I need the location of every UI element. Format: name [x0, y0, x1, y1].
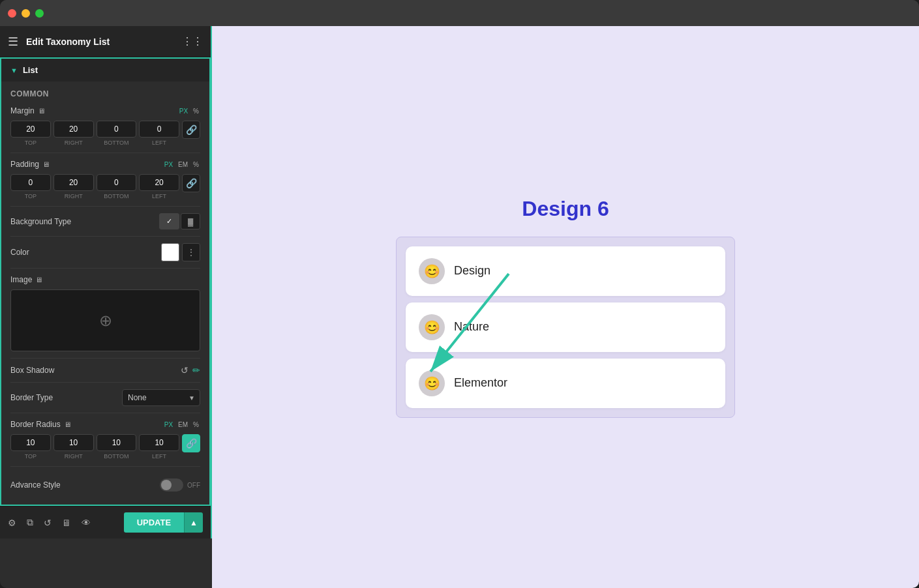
radius-top-input[interactable]	[10, 434, 51, 451]
image-upload-area[interactable]: ⊕	[10, 289, 200, 351]
bg-type-row: Background Type ✓ ▓	[10, 213, 200, 229]
border-type-row: Border Type None Solid Dashed Dotted ▼	[10, 389, 200, 406]
minimize-button[interactable]	[22, 9, 30, 18]
padding-units: PX EM %	[163, 160, 200, 169]
color-label: Color	[10, 248, 29, 257]
padding-percent-unit[interactable]: %	[192, 160, 200, 169]
bg-type-toggle: ✓ ▓	[159, 213, 200, 229]
border-radius-inputs-row: TOP RIGHT BOTTOM	[10, 434, 200, 460]
bg-type-label: Background Type	[10, 217, 71, 226]
padding-right-input[interactable]	[53, 174, 94, 191]
padding-left-group: LEFT	[139, 174, 179, 199]
margin-left-group: LEFT	[139, 121, 179, 146]
box-shadow-row: Box Shadow ↺ ✏	[10, 365, 200, 375]
sidebar: ☰ Edit Taxonomy List ⋮⋮ ▼ List Common	[0, 26, 212, 538]
image-label: Image 🖥	[10, 275, 42, 284]
margin-right-label: RIGHT	[65, 140, 83, 146]
padding-field-row: Padding 🖥 PX EM %	[10, 160, 200, 169]
margin-field-row: Margin 🖥 PX %	[10, 106, 200, 115]
border-radius-field-row: Border Radius 🖥 PX EM %	[10, 420, 200, 429]
padding-top-label: TOP	[25, 193, 37, 199]
padding-top-group: TOP	[10, 174, 51, 199]
padding-px-unit[interactable]: PX	[163, 160, 174, 169]
radius-percent-unit[interactable]: %	[192, 420, 200, 429]
margin-left-label: LEFT	[152, 140, 166, 146]
margin-top-input[interactable]	[10, 121, 51, 138]
margin-px-unit[interactable]: PX	[178, 107, 189, 115]
shadow-edit-button[interactable]: ✏	[192, 365, 200, 375]
padding-top-input[interactable]	[10, 174, 51, 191]
padding-left-label: LEFT	[152, 193, 166, 199]
sidebar-header: ☰ Edit Taxonomy List ⋮⋮	[0, 26, 211, 57]
image-monitor-icon: 🖥	[35, 276, 42, 284]
padding-bottom-input[interactable]	[97, 174, 137, 191]
toggle-knob[interactable]	[160, 478, 183, 492]
item-name-elementor: Elementor	[454, 376, 507, 390]
padding-link-button[interactable]: 🔗	[182, 174, 200, 192]
radius-left-group: LEFT	[139, 434, 179, 460]
padding-inputs-row: TOP RIGHT BOTTOM	[10, 174, 200, 199]
panel-content: Common Margin 🖥 PX %	[1, 81, 209, 505]
titlebar	[0, 0, 919, 26]
layers-icon[interactable]: ⧉	[27, 517, 33, 528]
history-icon[interactable]: ↺	[44, 518, 52, 528]
traffic-lights	[8, 9, 44, 18]
margin-right-input[interactable]	[53, 121, 94, 138]
margin-divider	[10, 153, 200, 153]
maximize-button[interactable]	[35, 9, 44, 18]
radius-divider	[10, 466, 200, 467]
border-type-select-wrapper: None Solid Dashed Dotted ▼	[122, 389, 200, 406]
margin-label: Margin 🖥	[10, 106, 45, 115]
bg-gradient-button[interactable]: ▓	[181, 213, 200, 229]
margin-units: PX %	[178, 107, 200, 115]
margin-monitor-icon: 🖥	[38, 107, 45, 115]
box-shadow-label: Box Shadow	[10, 366, 54, 375]
margin-link-button[interactable]: 🔗	[182, 121, 200, 139]
border-type-select[interactable]: None Solid Dashed Dotted	[122, 389, 200, 406]
responsive-icon[interactable]: 🖥	[62, 518, 71, 528]
color-swatch[interactable]	[161, 243, 179, 261]
margin-bottom-input[interactable]	[97, 121, 137, 138]
padding-right-group: RIGHT	[53, 174, 94, 199]
update-dropdown-button[interactable]: ▲	[184, 512, 203, 533]
border-radius-label: Border Radius 🖥	[10, 420, 71, 429]
section-label: List	[23, 65, 38, 75]
section-header[interactable]: ▼ List	[1, 59, 209, 81]
preview-icon[interactable]: 👁	[82, 518, 91, 528]
margin-bottom-label: BOTTOM	[104, 140, 128, 146]
radius-bottom-input[interactable]	[97, 434, 137, 451]
advance-style-toggle[interactable]: OFF	[160, 478, 200, 492]
sidebar-header-left: ☰ Edit Taxonomy List	[8, 35, 110, 49]
shadow-reset-button[interactable]: ↺	[181, 365, 188, 375]
radius-link-button[interactable]: 🔗	[182, 434, 200, 452]
main-layout: ☰ Edit Taxonomy List ⋮⋮ ▼ List Common	[0, 26, 919, 588]
item-icon-elementor: 😊	[419, 370, 445, 396]
canvas-title: Design 6	[522, 197, 609, 221]
bg-solid-button[interactable]: ✓	[159, 213, 179, 229]
image-divider	[10, 358, 200, 359]
update-button[interactable]: UPDATE	[124, 512, 184, 533]
padding-em-unit[interactable]: EM	[177, 160, 189, 169]
margin-left-input[interactable]	[139, 121, 179, 138]
hamburger-icon[interactable]: ☰	[8, 35, 18, 49]
radius-right-input[interactable]	[53, 434, 94, 451]
close-button[interactable]	[8, 9, 16, 18]
image-field-row: Image 🖥	[10, 275, 200, 284]
shadow-divider	[10, 382, 200, 383]
color-clear-button[interactable]: ⋮	[182, 243, 200, 261]
list-item: 😊 Design	[406, 246, 725, 296]
settings-icon[interactable]: ⚙	[8, 518, 16, 528]
radius-em-unit[interactable]: EM	[177, 420, 189, 429]
taxonomy-list: 😊 Design 😊 Nature 😊 Elementor	[396, 237, 735, 418]
margin-percent-unit[interactable]: %	[192, 107, 200, 115]
radius-px-unit[interactable]: PX	[163, 420, 174, 429]
padding-bottom-label: BOTTOM	[104, 193, 128, 199]
padding-left-input[interactable]	[139, 174, 179, 191]
padding-monitor-icon: 🖥	[42, 160, 50, 168]
radius-left-input[interactable]	[139, 434, 179, 451]
radius-left-label: LEFT	[152, 453, 166, 460]
border-type-label: Border Type	[10, 393, 53, 402]
bg-divider	[10, 236, 200, 237]
sidebar-wrapper: ☰ Edit Taxonomy List ⋮⋮ ▼ List Common	[0, 26, 212, 588]
grid-icon[interactable]: ⋮⋮	[182, 35, 203, 48]
